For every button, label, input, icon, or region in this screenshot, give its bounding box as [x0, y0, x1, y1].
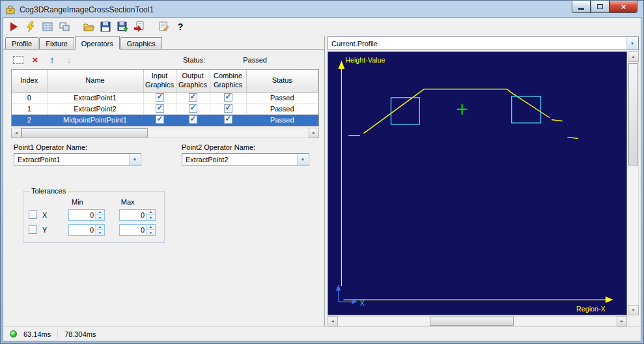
spin-down-icon[interactable]: ▼	[96, 229, 104, 235]
spin-up-icon[interactable]: ▲	[147, 225, 155, 230]
tab-graphics[interactable]: Graphics	[120, 37, 162, 49]
tolerance-y-max-spinner[interactable]: ▲▼	[119, 224, 156, 236]
point1-operator-label: Point1 Operator Name:	[14, 143, 141, 151]
scroll-track[interactable]	[21, 128, 309, 138]
new-operator-icon	[13, 56, 23, 64]
scroll-right-icon[interactable]: ►	[617, 316, 627, 326]
graph-horizontal-scrollbar[interactable]: ◄ ►	[328, 316, 627, 326]
image-display-button[interactable]	[40, 20, 55, 35]
table-header-row: Index Name Input Graphics Output Graphic…	[12, 70, 318, 92]
new-operator-button[interactable]	[11, 53, 25, 66]
scroll-thumb[interactable]	[21, 128, 148, 137]
operator-index[interactable]: 2	[12, 114, 47, 125]
operator-index[interactable]: 1	[12, 103, 47, 114]
operator-row-2[interactable]: 2 MidpointPointPoint1 Passed	[12, 114, 318, 125]
tolerance-x-min-input[interactable]	[69, 210, 95, 220]
tolerance-y-min-spinner[interactable]: ▲▼	[68, 224, 105, 236]
spin-down-icon[interactable]: ▼	[147, 229, 155, 235]
run-button[interactable]	[6, 20, 21, 35]
operator-row-0[interactable]: 0 ExtractPoint1 Passed	[12, 92, 318, 103]
profile-selector-value: Current.Profile	[331, 40, 378, 48]
header-output-graphics[interactable]: Output Graphics	[176, 70, 210, 92]
input-graphics-checkbox[interactable]	[156, 104, 164, 113]
output-graphics-checkbox[interactable]	[189, 115, 197, 124]
scroll-track[interactable]	[338, 316, 617, 326]
output-graphics-checkbox[interactable]	[189, 93, 197, 102]
tolerance-y-max-input[interactable]	[120, 225, 146, 235]
spin-up-icon[interactable]: ▲	[96, 225, 104, 230]
client-area: ? Profile Fixture Operators Graphics × ↑	[3, 17, 641, 341]
combine-graphics-checkbox[interactable]	[224, 115, 232, 124]
graph-vertical-scrollbar[interactable]: ▲ ▼	[628, 51, 639, 315]
svg-text:Height-Value: Height-Value	[345, 56, 385, 64]
spin-down-icon[interactable]: ▼	[147, 214, 155, 220]
help-button[interactable]: ?	[173, 20, 188, 35]
tab-profile[interactable]: Profile	[5, 37, 38, 49]
maximize-button[interactable]	[591, 1, 609, 13]
input-graphics-checkbox[interactable]	[156, 115, 164, 124]
operator-index[interactable]: 0	[12, 92, 47, 103]
profile-graph[interactable]: Height-ValueRegion-XX	[328, 52, 626, 315]
scroll-right-icon[interactable]: ►	[309, 128, 319, 138]
tolerance-x-min-spinner[interactable]: ▲▼	[68, 209, 105, 221]
header-index[interactable]: Index	[12, 70, 47, 92]
scroll-track[interactable]	[628, 62, 639, 305]
spin-down-icon[interactable]: ▼	[96, 214, 104, 220]
chevron-down-icon[interactable]: ▼	[297, 154, 308, 165]
window-title: Cog3DRangeImageCrossSectionTool1	[20, 5, 154, 14]
header-input-graphics[interactable]: Input Graphics	[143, 70, 176, 92]
chevron-down-icon[interactable]: ▼	[626, 38, 637, 49]
titlebar[interactable]: Cog3DRangeImageCrossSectionTool1 ×	[3, 1, 641, 17]
point2-operator-select[interactable]: ExtractPoint2 ▼	[182, 153, 309, 166]
float-windows-button[interactable]	[57, 20, 72, 35]
scroll-left-icon[interactable]: ◄	[328, 316, 338, 326]
header-name[interactable]: Name	[47, 70, 143, 92]
spin-up-icon[interactable]: ▲	[147, 210, 155, 215]
import-export-button[interactable]	[132, 20, 147, 35]
header-status[interactable]: Status	[246, 70, 318, 92]
tolerance-y-min-input[interactable]	[69, 225, 95, 235]
move-down-button[interactable]: ↓	[62, 53, 76, 66]
close-button[interactable]: ×	[609, 1, 637, 13]
combine-graphics-checkbox[interactable]	[224, 93, 232, 102]
profile-display[interactable]: Height-ValueRegion-XX	[328, 51, 627, 315]
tolerance-x-max-spinner[interactable]: ▲▼	[119, 209, 156, 221]
move-up-button[interactable]: ↑	[45, 53, 59, 66]
execution-time: 63.14ms	[23, 330, 51, 338]
combine-graphics-checkbox[interactable]	[224, 104, 232, 113]
operator-name[interactable]: MidpointPointPoint1	[47, 114, 143, 125]
operator-name[interactable]: ExtractPoint1	[47, 92, 143, 103]
input-graphics-checkbox[interactable]	[156, 93, 164, 102]
operator-name[interactable]: ExtractPoint2	[47, 103, 143, 114]
spin-up-icon[interactable]: ▲	[96, 210, 104, 215]
point1-operator-select[interactable]: ExtractPoint1 ▼	[14, 153, 141, 166]
arrow-up-icon: ↑	[50, 55, 55, 65]
profile-selector[interactable]: Current.Profile ▼	[328, 36, 639, 50]
tolerance-y-checkbox[interactable]	[29, 225, 37, 234]
save-image-button[interactable]	[115, 20, 130, 35]
arrow-down-icon: ↓	[67, 55, 72, 65]
scroll-thumb[interactable]	[430, 317, 513, 326]
scroll-thumb[interactable]	[628, 63, 638, 165]
minimize-button[interactable]	[572, 1, 591, 13]
open-button[interactable]	[81, 20, 96, 35]
tolerance-x-checkbox[interactable]	[29, 210, 37, 219]
electric-run-button[interactable]	[23, 20, 38, 35]
operator-row-1[interactable]: 1 ExtractPoint2 Passed	[12, 103, 318, 114]
tab-operators[interactable]: Operators	[75, 36, 120, 50]
scroll-left-icon[interactable]: ◄	[11, 128, 21, 138]
tolerance-x-max-input[interactable]	[120, 210, 146, 220]
svg-text:Region-X: Region-X	[576, 305, 606, 313]
output-graphics-cell	[176, 103, 210, 114]
header-combine-graphics[interactable]: Combine Graphics	[210, 70, 246, 92]
table-horizontal-scrollbar[interactable]: ◄ ►	[11, 128, 319, 138]
chevron-down-icon[interactable]: ▼	[129, 154, 140, 165]
import-export-icon	[133, 21, 145, 33]
scroll-down-icon[interactable]: ▼	[628, 305, 639, 315]
tab-fixture[interactable]: Fixture	[39, 37, 74, 49]
save-button[interactable]	[98, 20, 113, 35]
delete-operator-button[interactable]: ×	[28, 53, 42, 66]
scroll-up-icon[interactable]: ▲	[628, 51, 639, 62]
output-graphics-checkbox[interactable]	[189, 104, 197, 113]
edit-posted-items-button[interactable]	[156, 20, 171, 35]
